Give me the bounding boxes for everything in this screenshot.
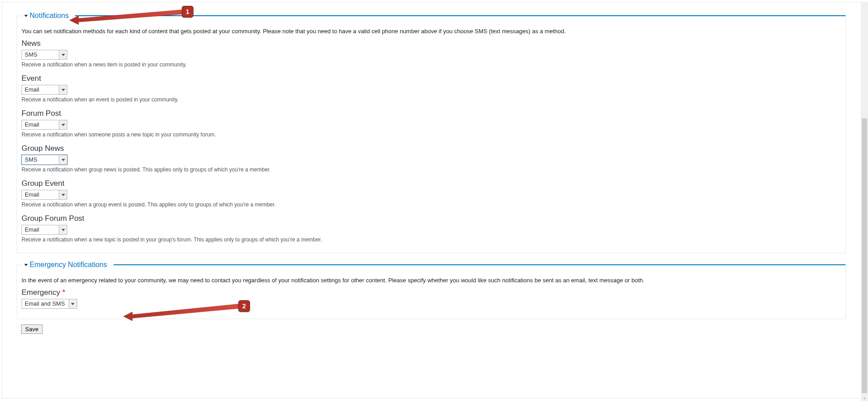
emergency-legend-toggle[interactable]: Emergency Notifications [23,261,110,269]
emergency-legend-row: Emergency Notifications [17,261,846,269]
event-select[interactable]: Email [22,85,67,95]
group-event-help: Receive a notification when a group even… [22,202,841,208]
dropdown-arrow-icon [59,120,67,129]
news-label: News [22,39,841,48]
caret-down-icon [24,264,28,266]
group-forum-post-help: Receive a notification when a new topic … [22,237,841,243]
event-label: Event [22,74,841,83]
group-news-help: Receive a notification when group news i… [22,166,841,173]
dropdown-arrow-icon [59,225,67,234]
notifications-legend: Notifications [30,12,69,20]
event-field-group: Event Email Receive a notification when … [22,74,841,103]
news-help: Receive a notification when a news item … [22,61,841,68]
emergency-description: In the event of an emergency related to … [22,277,841,284]
notifications-section: Notifications You can set notification m… [17,16,846,253]
group-event-select-value: Email [22,190,59,199]
legend-divider [75,15,846,16]
news-select[interactable]: SMS [22,50,67,60]
forum-post-field-group: Forum Post Email Receive a notification … [22,109,841,138]
scrollbar-down-icon[interactable]: ⌄ [861,394,868,401]
group-forum-post-label: Group Forum Post [22,214,841,223]
dropdown-arrow-icon [69,299,77,308]
event-help: Receive a notification when an event is … [22,96,841,103]
event-select-value: Email [22,85,59,94]
save-button[interactable]: Save [21,324,43,334]
notifications-description: You can set notification methods for eac… [22,28,841,35]
dropdown-arrow-icon [59,190,67,199]
emergency-section: Emergency Notifications In the event of … [17,265,846,319]
group-news-select[interactable]: SMS [22,155,67,165]
legend-divider [114,264,846,265]
emergency-select[interactable]: Email and SMS [22,299,77,309]
caret-down-icon [24,15,28,17]
required-indicator: * [62,288,66,297]
group-news-label: Group News [22,144,841,153]
notifications-legend-toggle[interactable]: Notifications [23,12,71,20]
forum-post-select-value: Email [22,120,59,129]
dropdown-arrow-icon [59,155,67,164]
news-select-value: SMS [22,50,59,59]
group-event-field-group: Group Event Email Receive a notification… [22,179,841,208]
group-news-select-value: SMS [22,155,59,164]
emergency-label: Emergency * [22,288,841,297]
scrollbar-thumb[interactable] [862,118,867,393]
dropdown-arrow-icon [59,85,67,94]
group-event-select[interactable]: Email [22,190,67,200]
group-event-label: Group Event [22,179,841,188]
group-forum-post-field-group: Group Forum Post Email Receive a notific… [22,214,841,243]
notifications-legend-row: Notifications [17,12,846,20]
emergency-field-group: Emergency * Email and SMS [22,288,841,309]
emergency-select-value: Email and SMS [22,299,69,308]
emergency-legend: Emergency Notifications [30,261,107,269]
forum-post-help: Receive a notification when someone post… [22,131,841,138]
forum-post-label: Forum Post [22,109,841,118]
emergency-label-text: Emergency [22,288,60,297]
news-field-group: News SMS Receive a notification when a n… [22,39,841,68]
dropdown-arrow-icon [59,50,67,59]
forum-post-select[interactable]: Email [22,120,67,130]
group-news-field-group: Group News SMS Receive a notification wh… [22,144,841,173]
group-forum-post-select-value: Email [22,225,59,234]
vertical-scrollbar[interactable]: ⌄ [861,2,868,401]
group-forum-post-select[interactable]: Email [22,225,67,235]
